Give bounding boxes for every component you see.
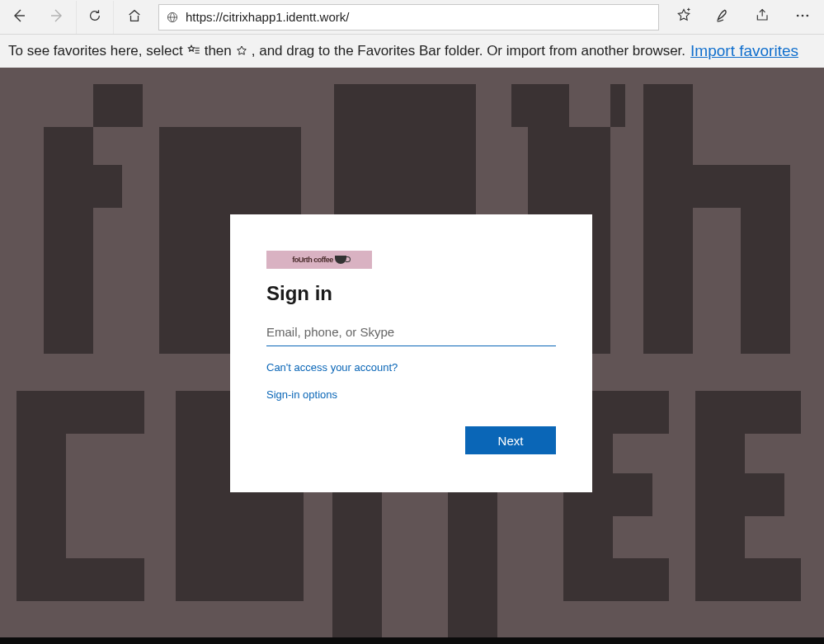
toolbar-right — [664, 1, 822, 34]
star-list-icon — [186, 44, 201, 59]
svg-point-1 — [797, 15, 799, 17]
signin-card: foUrth coffee Sign in Can't access your … — [230, 214, 592, 492]
star-icon — [235, 45, 248, 58]
url-input[interactable] — [186, 10, 652, 24]
signin-title: Sign in — [266, 282, 556, 305]
refresh-button[interactable] — [76, 1, 114, 34]
favorites-button[interactable] — [664, 1, 704, 34]
favbar-text-a: To see favorites here, select — [8, 43, 183, 59]
import-favorites-link[interactable]: Import favorites — [690, 42, 798, 60]
favbar-text-c: , and drag to the Favorites Bar folder. … — [252, 43, 685, 59]
star-add-icon — [676, 7, 692, 26]
arrow-left-icon — [11, 7, 27, 26]
svg-point-2 — [802, 15, 804, 17]
email-field[interactable] — [266, 320, 556, 346]
next-button[interactable]: Next — [465, 426, 556, 454]
page-content: foUrth coffee Sign in Can't access your … — [0, 68, 824, 644]
arrow-right-icon — [49, 7, 65, 26]
notes-button[interactable] — [704, 1, 743, 34]
page-footer-bar — [0, 637, 824, 644]
more-icon — [794, 7, 811, 26]
browser-toolbar — [0, 0, 824, 35]
more-button[interactable] — [783, 1, 822, 34]
globe-icon — [166, 11, 179, 24]
pen-icon — [715, 7, 732, 26]
brand-logo: foUrth coffee — [266, 251, 372, 269]
favorites-bar: To see favorites here, select then , and… — [0, 35, 824, 68]
back-button[interactable] — [0, 1, 38, 34]
favbar-text-b: then — [205, 43, 232, 59]
coffee-cup-icon — [335, 256, 346, 264]
share-icon — [755, 7, 771, 26]
share-button[interactable] — [743, 1, 783, 34]
forward-button[interactable] — [38, 1, 76, 34]
home-icon — [127, 8, 142, 26]
cant-access-link[interactable]: Can't access your account? — [266, 361, 398, 374]
address-bar[interactable] — [158, 4, 659, 31]
refresh-icon — [87, 8, 102, 26]
brand-logo-text: foUrth coffee — [292, 256, 333, 264]
signin-options-link[interactable]: Sign-in options — [266, 388, 337, 401]
svg-point-3 — [807, 15, 809, 17]
home-button[interactable] — [115, 1, 153, 34]
